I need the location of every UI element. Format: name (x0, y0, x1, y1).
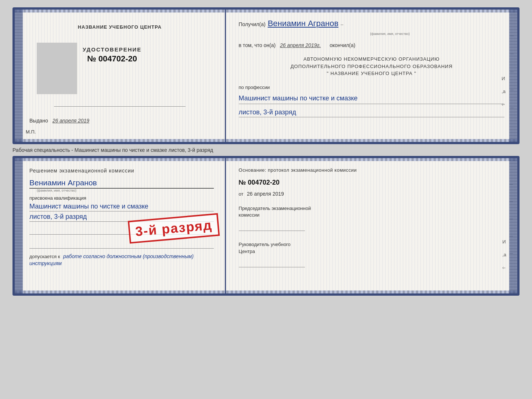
photo-placeholder (37, 43, 77, 94)
cert1-right-panel: Получил(а) Вениамин Агранов – (фамилия, … (226, 10, 517, 142)
received-label: Получил(а) (239, 21, 266, 28)
full-name-2: Вениамин Агранов (29, 178, 214, 189)
ano-line3: " НАЗВАНИЕ УЧЕБНОГО ЦЕНТРА " (239, 70, 504, 77)
from-date-value: 26 апреля 2019 (247, 191, 284, 197)
допускается-block: допускается к работе согласно должностны… (29, 253, 214, 267)
right-letters: И ,а ‹- (502, 76, 506, 107)
chairman-signature-line (239, 231, 305, 231)
cert1-left-panel: НАЗВАНИЕ УЧЕБНОГО ЦЕНТРА УДОСТОВЕРЕНИЕ №… (15, 10, 226, 142)
chairman-block: Председатель экзаменационной комиссии (239, 205, 504, 218)
name-block-2: Вениамин Агранов (фамилия, имя, отчество… (29, 178, 214, 192)
osnov-label: Основание: протокол экзаменационной коми… (239, 167, 504, 173)
protocol-number: № 004702-20 (239, 179, 504, 186)
issued-label: Выдано (29, 118, 48, 124)
training-center-title: НАЗВАНИЕ УЧЕБНОГО ЦЕНТРА (78, 24, 162, 30)
cert-title: УДОСТОВЕРЕНИЕ (83, 46, 141, 53)
assigned-label: присвоена квалификация (29, 195, 214, 201)
profession-label: по профессии (239, 85, 504, 90)
stamp-text: 3-й разряд (135, 217, 213, 239)
certificate-card-1: НАЗВАНИЕ УЧЕБНОГО ЦЕНТРА УДОСТОВЕРЕНИЕ №… (12, 7, 520, 144)
fio-subtitle: (фамилия, имя, отчество) (276, 32, 504, 36)
separator-text: Рабочая специальность - Машинист машины … (12, 144, 520, 156)
date-prefix: в том, что он(а) (239, 42, 276, 48)
right2-letters: И ,а ‹- (502, 239, 506, 270)
certificate-card-2: Решением экзаменационной комиссии Вениам… (12, 156, 520, 296)
profession-line2: листов, 3-й разряд (239, 108, 504, 117)
ano-block: АВТОНОМНУЮ НЕКОММЕРЧЕСКУЮ ОРГАНИЗАЦИЮ ДО… (239, 56, 504, 77)
from-date-block: от 26 апреля 2019 (239, 191, 504, 197)
issued-line: Выдано 26 апреля 2019 (29, 118, 89, 124)
chairman-line1: Председатель экзаменационной (239, 205, 504, 212)
ano-line1: АВТОНОМНУЮ НЕКОММЕРЧЕСКУЮ ОРГАНИЗАЦИЮ (239, 56, 504, 63)
issued-date: 26 апреля 2019 (53, 118, 89, 124)
ano-line2: ДОПОЛНИТЕЛЬНОГО ПРОФЕССИОНАЛЬНОГО ОБРАЗО… (239, 63, 504, 70)
rukovoditel-block: Руководитель учебного Центра (239, 241, 504, 254)
mp-label: М.П. (26, 129, 36, 135)
rukovoditel-signature-line (239, 267, 305, 267)
decision-label: Решением экзаменационной комиссии (29, 167, 214, 175)
fio-sub-2: (фамилия, имя, отчество) (37, 189, 214, 192)
допускается-label: допускается к (29, 254, 60, 259)
qual-line1: Машинист машины по чистке и смазке (29, 203, 214, 211)
profession-line1: Машинист машины по чистке и смазке (239, 94, 504, 104)
finished-label: окончил(а) (330, 42, 355, 48)
rukovoditel-line2: Центра (239, 248, 504, 255)
full-name: Вениамин Агранов (268, 19, 339, 28)
from-prefix: от (239, 191, 244, 197)
cert-title-block: УДОСТОВЕРЕНИЕ № 004702-20 (83, 46, 141, 64)
rukovoditel-line1: Руководитель учебного (239, 241, 504, 248)
cert-number: № 004702-20 (83, 54, 141, 64)
chairman-line2: комиссии (239, 212, 504, 218)
dash-1: – (341, 22, 343, 28)
date-value: 26 апреля 2019г. (280, 42, 321, 48)
cert2-right-panel: Основание: протокол экзаменационной коми… (226, 158, 517, 293)
date-line: в том, что он(а) 26 апреля 2019г. окончи… (239, 42, 504, 48)
